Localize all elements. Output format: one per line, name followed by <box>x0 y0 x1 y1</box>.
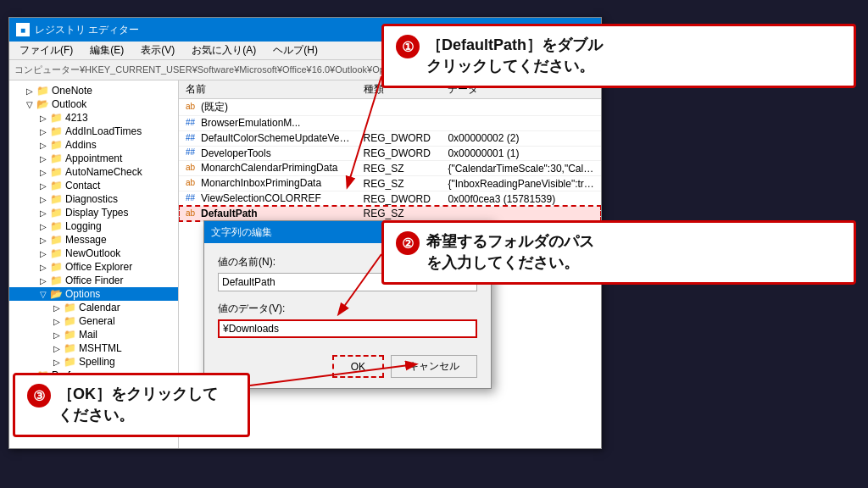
menu-favorites[interactable]: お気に入り(A) <box>185 42 263 59</box>
tree-label: Addins <box>65 139 97 151</box>
reg-ab-icon: ab <box>186 178 198 190</box>
tree-item-addins[interactable]: ▷ 📁 Addins <box>9 138 178 152</box>
tree-label: Outlook <box>52 98 86 110</box>
dialog-title-text: 文字列の編集 <box>211 225 272 240</box>
reg-type <box>357 99 442 116</box>
table-row[interactable]: ab(既定) <box>179 99 601 116</box>
tree-item-contact[interactable]: ▷ 📁 Contact <box>9 179 178 192</box>
data-input[interactable] <box>218 319 477 338</box>
tree-item-appointment[interactable]: ▷ 📁 Appointment <box>9 152 178 165</box>
reg-data <box>441 99 601 116</box>
reg-type: REG_SZ <box>357 176 442 191</box>
reg-type: REG_DWORD <box>357 191 442 207</box>
menu-view[interactable]: 表示(V) <box>134 42 181 59</box>
reg-data: 0x00000001 (1) <box>441 146 601 161</box>
tree-item-message[interactable]: ▷ 📁 Message <box>9 233 178 247</box>
folder-icon: 📁 <box>50 220 63 232</box>
title-bar-left: ■ レジストリ エディター <box>16 23 139 37</box>
tree-arrow: ▷ <box>36 276 50 286</box>
tree-label: Diagnostics <box>65 193 118 205</box>
folder-icon: 📁 <box>50 193 63 205</box>
table-row[interactable]: abMonarchCalendarPrimingData REG_SZ {"Ca… <box>179 161 601 176</box>
reg-ab-icon: ab <box>186 208 198 220</box>
folder-icon: 📁 <box>64 342 76 354</box>
tree-item-calendar[interactable]: ▷ 📁 Calendar <box>9 301 178 314</box>
reg-name: abMonarchCalendarPrimingData <box>179 161 357 176</box>
tree-item-mshtml[interactable]: ▷ 📁 MSHTML <box>9 341 178 355</box>
menu-file[interactable]: ファイル(F) <box>13 42 80 59</box>
tree-item-onenote[interactable]: ▷ 📁 OneNote <box>9 84 178 97</box>
folder-icon: 📁 <box>64 315 76 327</box>
tree-label: Contact <box>65 180 100 191</box>
tree-item-autoname[interactable]: ▷ 📁 AutoNameCheck <box>9 165 178 179</box>
tree-item-general[interactable]: ▷ 📁 General <box>9 314 178 328</box>
tree-label: Appointment <box>65 152 122 164</box>
tree-label: NewOutlook <box>65 247 120 259</box>
table-row[interactable]: ##DeveloperTools REG_DWORD 0x00000001 (1… <box>179 146 601 161</box>
tree-item-options[interactable]: ▽ 📂 Options <box>9 287 178 301</box>
annotation-number-1: ① <box>396 35 420 58</box>
reg-name-defaultpath: abDefaultPath <box>179 206 357 221</box>
folder-icon: 📁 <box>50 166 63 178</box>
tree-arrow: ▷ <box>36 154 50 164</box>
tree-item-outlook[interactable]: ▽ 📂 Outlook <box>9 97 178 111</box>
folder-icon: 📁 <box>50 261 63 273</box>
tree-arrow: ▷ <box>36 181 50 191</box>
reg-data <box>441 116 601 131</box>
tree-arrow: ▷ <box>23 86 36 96</box>
tree-item-officefinder[interactable]: ▷ 📁 Office Finder <box>9 274 178 287</box>
annotation-1: ① ［DefaultPath］をダブルクリックしてください。 <box>381 24 856 88</box>
tree-arrow: ▷ <box>36 208 50 218</box>
reg-type <box>357 116 442 131</box>
tree-arrow: ▷ <box>50 330 64 340</box>
folder-icon: 📁 <box>50 234 63 246</box>
window-title: レジストリ エディター <box>35 23 139 37</box>
reg-name: ab(既定) <box>179 99 357 116</box>
menu-edit[interactable]: 編集(E) <box>83 42 131 59</box>
menu-help[interactable]: ヘルプ(H) <box>266 42 325 59</box>
tree-item-logging[interactable]: ▷ 📁 Logging <box>9 219 178 233</box>
reg-ab-icon: ab <box>186 102 198 114</box>
address-label: コンピューター¥HKEY_CURRENT_USER¥Software¥Micro… <box>14 64 404 76</box>
reg-data: 0x00f0cea3 (15781539) <box>441 191 601 207</box>
tree-label: General <box>79 315 115 327</box>
tree-label: AddInLoadTimes <box>65 125 142 137</box>
tree-label: Logging <box>65 220 102 232</box>
reg-name: abMonarchInboxPrimingData <box>179 176 357 191</box>
tree-label: Calendar <box>79 302 120 313</box>
table-row[interactable]: abMonarchInboxPrimingData REG_SZ {"Inbox… <box>179 176 601 191</box>
col-name: 名前 <box>179 80 357 99</box>
reg-data: 0x00000002 (2) <box>441 130 601 146</box>
table-row[interactable]: ##BrowserEmulationM... <box>179 116 601 131</box>
table-row-defaultpath[interactable]: abDefaultPath REG_SZ <box>179 206 601 221</box>
tree-item-diagnostics[interactable]: ▷ 📁 Diagnostics <box>9 192 178 206</box>
folder-icon: 📂 <box>36 98 49 110</box>
tree-label: Spelling <box>79 356 115 368</box>
tree-item-mail[interactable]: ▷ 📁 Mail <box>9 328 178 341</box>
folder-icon: 📁 <box>50 180 63 191</box>
table-row[interactable]: ##ViewSelectionCOLORREF REG_DWORD 0x00f0… <box>179 191 601 207</box>
reg-name: ##BrowserEmulationM... <box>179 116 357 131</box>
reg-dword-icon: ## <box>186 133 198 145</box>
cancel-button[interactable]: キャンセル <box>391 355 477 378</box>
tree-item-displaytypes[interactable]: ▷ 📁 Display Types <box>9 206 178 219</box>
tree-item-4213[interactable]: ▷ 📁 4213 <box>9 111 178 125</box>
tree-label: 4213 <box>65 112 88 124</box>
folder-icon: 📁 <box>64 329 76 341</box>
ok-button[interactable]: OK <box>332 355 384 378</box>
data-label: 値のデータ(V): <box>218 302 477 316</box>
tree-item-spelling[interactable]: ▷ 📁 Spelling <box>9 355 178 369</box>
tree-label: AutoNameCheck <box>65 166 142 178</box>
tree-item-addinloadtimes[interactable]: ▷ 📁 AddInLoadTimes <box>9 125 178 138</box>
tree-item-newoutlook[interactable]: ▷ 📁 NewOutlook <box>9 247 178 260</box>
tree-label: Mail <box>79 329 97 341</box>
reg-data: {"CalendarTimeScale":30,"CalendarWorkWee… <box>441 161 601 176</box>
table-row[interactable]: ##DefaultColorSchemeUpdateVersion REG_DW… <box>179 130 601 146</box>
reg-name: ##ViewSelectionCOLORREF <box>179 191 357 207</box>
tree-item-officeexplorer[interactable]: ▷ 📁 Office Explorer <box>9 260 178 274</box>
reg-type: REG_SZ <box>357 161 442 176</box>
reg-dword-icon: ## <box>186 193 198 205</box>
tree-label: Message <box>65 234 107 246</box>
reg-dword-icon: ## <box>186 147 198 159</box>
tree-label: Display Types <box>65 207 128 219</box>
